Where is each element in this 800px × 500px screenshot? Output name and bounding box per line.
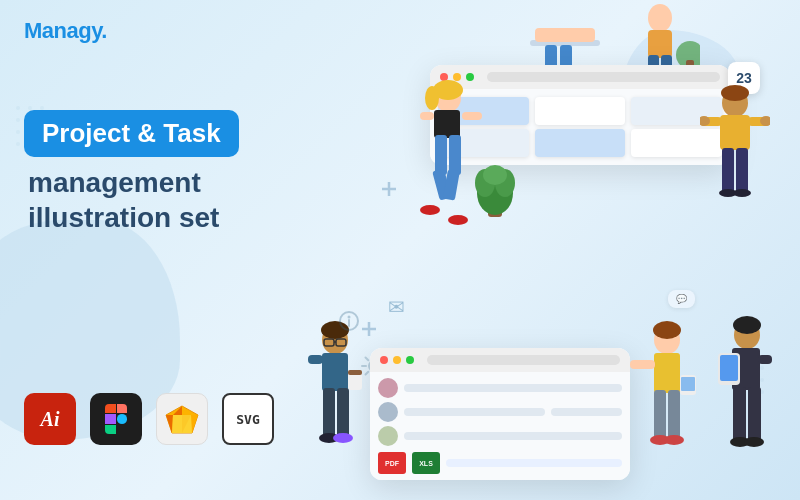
- kanban-col-2: [535, 97, 626, 157]
- svg-rect-106: [748, 387, 761, 442]
- header: Managy.: [24, 18, 107, 44]
- content-line-2b: [551, 408, 622, 416]
- task-row-3: [378, 426, 622, 446]
- svg-rect-94: [681, 377, 695, 391]
- task-browser-window: PDF XLS: [370, 348, 630, 480]
- excel-icon: XLS: [412, 452, 440, 474]
- svg-rect-105: [733, 387, 746, 442]
- logo: Managy.: [24, 18, 107, 44]
- svg-rect-104: [758, 355, 772, 364]
- title-subtitle: management illustration set: [24, 165, 239, 235]
- figma-top-right: [117, 404, 128, 413]
- svg-point-98: [664, 435, 684, 445]
- avatar-2: [378, 402, 398, 422]
- content-line-1: [404, 384, 622, 392]
- svg-rect-96: [668, 390, 680, 440]
- svg-rect-91: [654, 353, 680, 393]
- content-line-4: [446, 459, 622, 467]
- svg-point-40: [648, 4, 672, 32]
- deco-info-circle: [338, 310, 360, 332]
- task-row-1: [378, 378, 622, 398]
- svg-point-50: [425, 86, 439, 110]
- svg-point-58: [420, 205, 440, 215]
- url-bar: [487, 72, 720, 82]
- svg-rect-39: [535, 28, 595, 42]
- pdf-icon: PDF: [378, 452, 406, 474]
- person-man-yellow: [700, 85, 770, 235]
- task-row-2: [378, 402, 622, 422]
- svg-rect-54: [435, 135, 447, 175]
- title-section: Project & Task management illustration s…: [24, 110, 239, 235]
- title-badge: Project & Task: [24, 110, 239, 157]
- svg-rect-55: [449, 135, 461, 175]
- svg-marker-29: [166, 415, 173, 433]
- figma-icon: [90, 393, 142, 445]
- sketch-icon: [156, 393, 208, 445]
- svg-point-88: [333, 433, 353, 443]
- content-line-2: [404, 408, 545, 416]
- svg-rect-83: [348, 370, 362, 375]
- svg-rect-95: [654, 390, 666, 440]
- svg-point-9: [16, 142, 20, 146]
- task-dot-red: [380, 356, 388, 364]
- task-browser-bar: [370, 348, 630, 372]
- task-attachments-row: PDF XLS: [378, 452, 622, 474]
- person-woman-yellow: [630, 320, 705, 485]
- svg-rect-51: [434, 110, 460, 138]
- svg-rect-103: [720, 355, 738, 381]
- task-content: PDF XLS: [370, 372, 630, 480]
- svg-rect-52: [420, 112, 434, 120]
- task-url-bar: [427, 355, 620, 365]
- svg-rect-84: [308, 355, 323, 364]
- svg-point-108: [744, 437, 764, 447]
- content-line-3: [404, 432, 622, 440]
- svg-point-3: [16, 118, 20, 122]
- person-man-tablet: [710, 315, 785, 485]
- person-glasses-man: [300, 320, 370, 480]
- chat-bubble-decoration: 💬: [668, 290, 695, 308]
- figma-logo: [105, 404, 127, 434]
- svg-rect-81: [322, 353, 348, 391]
- task-browser-container: PDF XLS: [370, 348, 630, 480]
- svg-rect-62: [720, 115, 750, 150]
- svg-marker-30: [191, 415, 198, 433]
- svg-rect-67: [722, 148, 734, 193]
- svg-rect-85: [323, 388, 335, 438]
- svg-point-6: [16, 130, 20, 134]
- figma-bot-left: [105, 425, 116, 434]
- tools-row: Ai SVG: [24, 393, 274, 445]
- task-dot-yellow: [393, 356, 401, 364]
- svg-point-111: [348, 316, 351, 319]
- svg-rect-92: [630, 360, 655, 369]
- plant-mid: [470, 155, 520, 220]
- svg-point-61: [721, 85, 749, 101]
- svg-point-70: [733, 189, 751, 197]
- avatar-3: [378, 426, 398, 446]
- svg-point-100: [733, 316, 761, 334]
- svg-rect-68: [736, 148, 748, 193]
- figma-mid-left: [105, 414, 116, 423]
- adobe-illustrator-icon: Ai: [24, 393, 76, 445]
- avatar-1: [378, 378, 398, 398]
- svg-point-0: [16, 106, 20, 110]
- svg-icon: SVG: [222, 393, 274, 445]
- svg-point-90: [653, 321, 681, 339]
- svg-rect-53: [462, 112, 482, 120]
- kanban-card-3: [535, 97, 626, 125]
- envelope-decoration: ✉: [388, 295, 405, 319]
- svg-point-59: [448, 215, 468, 225]
- person-top-1: [530, 0, 600, 75]
- svg-rect-41: [648, 30, 672, 58]
- svg-rect-86: [337, 388, 349, 438]
- svg-point-75: [483, 165, 507, 185]
- sketch-logo: [165, 404, 199, 434]
- kanban-card-4: [535, 129, 626, 157]
- figma-top-left: [105, 404, 116, 413]
- deco-plus-1: [380, 180, 398, 198]
- task-dot-green: [406, 356, 414, 364]
- figma-mid-right: [117, 414, 128, 423]
